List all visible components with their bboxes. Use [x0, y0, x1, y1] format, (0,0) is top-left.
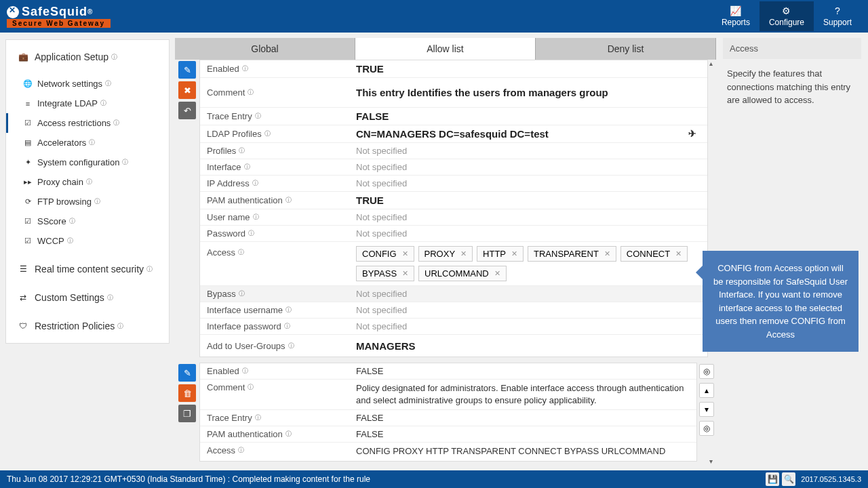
access-tag[interactable]: HTTP✕ — [477, 246, 524, 262]
sidebar-item-label: System configuration — [37, 157, 119, 167]
field-value: Not specified — [349, 176, 707, 191]
info-icon — [89, 138, 95, 147]
sidebar-item-accelerators[interactable]: ▤Accelerators — [6, 133, 169, 152]
field-value: CN=MANAGERS DC=safesquid DC=test✈ — [349, 125, 707, 142]
nav-reports[interactable]: 📈 Reports — [712, 1, 760, 31]
logo-reg: ® — [87, 8, 93, 16]
info-icon — [67, 237, 73, 245]
info-icon — [248, 229, 254, 238]
info-icon — [252, 179, 258, 188]
sidebar-restriction-label: Restriction Policies — [35, 321, 115, 331]
nav-support[interactable]: ? Support — [814, 1, 861, 31]
copy-button[interactable]: ❐ — [178, 405, 196, 422]
access-tag[interactable]: CONFIG✕ — [356, 246, 414, 262]
access-tag[interactable]: PROXY✕ — [418, 246, 473, 262]
sidebar-app-setup[interactable]: 💼 Application Setup — [6, 45, 169, 68]
target-button[interactable]: ◎ — [699, 364, 714, 379]
sidebar-item-ldap[interactable]: ≡Integrate LDAP — [6, 94, 169, 113]
move-up-button[interactable]: ▴ — [699, 383, 714, 398]
field-value: Not specified — [349, 159, 707, 175]
info-icon — [255, 413, 261, 422]
sidebar-item-label: FTP browsing — [37, 197, 92, 207]
logo[interactable]: SafeSquid ® Secure Web Gateway — [7, 5, 111, 28]
remove-tag-icon[interactable]: ✕ — [402, 249, 408, 258]
sidebar-item-label: SScore — [37, 216, 66, 226]
target-button[interactable]: ◎ — [699, 421, 714, 436]
field-label: LDAP Profiles — [207, 129, 262, 139]
field-label: User name — [207, 212, 250, 222]
footer-version: 2017.0525.1345.3 — [801, 475, 861, 483]
footer-status: Thu Jun 08 2017 12:29:21 GMT+0530 (India… — [7, 474, 370, 484]
sidebar-custom[interactable]: ⇄Custom Settings — [6, 286, 169, 309]
info-icon — [288, 342, 294, 350]
stack-icon: ▤ — [22, 138, 33, 147]
access-tag[interactable]: CONNECT✕ — [620, 246, 688, 262]
remove-tag-icon[interactable]: ✕ — [604, 249, 610, 258]
tab-allow[interactable]: Allow list — [355, 38, 536, 60]
info-icon — [111, 53, 117, 62]
send-icon[interactable]: ✈ — [688, 128, 696, 139]
access-tag[interactable]: TRANSPARENT✕ — [528, 246, 616, 262]
delete-button[interactable]: ✖ — [178, 81, 196, 99]
scroll-down-icon[interactable]: ▾ — [709, 458, 717, 466]
info-icon — [285, 430, 292, 439]
question-icon: ? — [823, 5, 852, 16]
gears-icon: ⚙ — [769, 5, 804, 16]
list-icon: ≡ — [22, 100, 33, 108]
info-icon — [238, 446, 244, 455]
sidebar-item-access[interactable]: ☑Access restrictions — [6, 113, 169, 133]
scroll-up-icon[interactable]: ▴ — [709, 60, 717, 68]
briefcase-icon: 💼 — [17, 52, 29, 62]
field-value: FALSE — [349, 426, 696, 442]
star-icon: ✦ — [22, 158, 33, 167]
nav-support-label: Support — [823, 18, 852, 27]
sidebar-realtime[interactable]: ☰Real time content security — [6, 258, 169, 281]
field-label: Trace Entry — [207, 413, 252, 423]
access-tags[interactable]: CONFIG✕ PROXY✕ HTTP✕ TRANSPARENT✕ CONNEC… — [349, 242, 707, 285]
info-icon — [239, 146, 245, 155]
nav-configure[interactable]: ⚙ Configure — [760, 1, 814, 31]
save-button[interactable]: 💾 — [766, 472, 779, 486]
remove-tag-icon[interactable]: ✕ — [494, 269, 500, 278]
sidebar-item-system[interactable]: ✦System configuration — [6, 152, 169, 172]
sidebar-item-wccp[interactable]: ☑WCCP — [6, 231, 169, 251]
edit-button[interactable]: ✎ — [178, 364, 196, 382]
undo-button[interactable]: ↶ — [178, 102, 196, 119]
info-icon — [253, 213, 259, 222]
access-tag[interactable]: URLCOMMAND✕ — [418, 266, 507, 281]
tab-deny[interactable]: Deny list — [536, 38, 716, 60]
sidebar-item-network[interactable]: 🌐Network settings — [6, 74, 169, 94]
move-down-button[interactable]: ▾ — [699, 402, 714, 417]
info-icon — [248, 383, 254, 392]
logo-icon — [7, 6, 19, 18]
info-icon — [94, 197, 100, 206]
tab-global[interactable]: Global — [175, 38, 355, 60]
globe-icon: 🌐 — [22, 79, 33, 88]
sidebar-item-ftp[interactable]: ⟳FTP browsing — [6, 192, 169, 211]
field-value: TRUE — [349, 192, 707, 209]
refresh-icon: ⟳ — [22, 197, 33, 206]
info-icon — [69, 217, 75, 226]
sidebar-item-proxy[interactable]: ▸▸Proxy chain — [6, 172, 169, 192]
remove-tag-icon[interactable]: ✕ — [402, 269, 408, 278]
sidebar-realtime-label: Real time content security — [35, 264, 144, 274]
remove-tag-icon[interactable]: ✕ — [460, 249, 467, 258]
search-button[interactable]: 🔍 — [782, 472, 795, 486]
sidebar-item-label: Integrate LDAP — [37, 98, 98, 108]
sidebar-item-label: WCCP — [37, 236, 64, 246]
tabs: Global Allow list Deny list — [175, 38, 716, 60]
remove-tag-icon[interactable]: ✕ — [675, 249, 682, 258]
sidebar-custom-label: Custom Settings — [35, 292, 104, 303]
edit-button[interactable]: ✎ — [178, 61, 196, 79]
field-label: Enabled — [207, 366, 239, 376]
field-value: TRUE — [349, 60, 707, 77]
sidebar-item-label: Accelerators — [37, 138, 86, 148]
entry-block: ✎ 🗑 ❐ EnabledFALSE CommentPolicy designa… — [175, 363, 716, 462]
sidebar-restriction[interactable]: 🛡Restriction Policies — [6, 314, 169, 338]
sidebar-item-label: Proxy chain — [37, 177, 83, 187]
sidebar-item-sscore[interactable]: ☑SScore — [6, 211, 169, 231]
field-value: Not specified — [349, 286, 707, 302]
access-tag[interactable]: BYPASS✕ — [356, 266, 414, 281]
trash-button[interactable]: 🗑 — [178, 384, 196, 402]
remove-tag-icon[interactable]: ✕ — [511, 249, 517, 258]
